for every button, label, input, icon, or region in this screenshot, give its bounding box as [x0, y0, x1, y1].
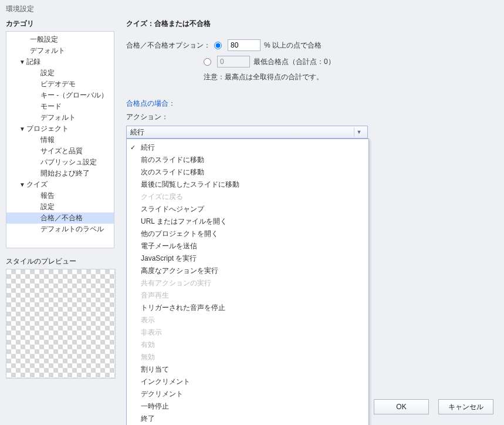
- dropdown-item: 無効: [127, 351, 368, 363]
- dropdown-item[interactable]: 一時停止: [127, 400, 368, 413]
- tree-item[interactable]: 報告: [6, 190, 114, 201]
- tree-item[interactable]: デフォルトのラベル: [6, 224, 114, 235]
- tree-item-label: 報告: [40, 191, 111, 201]
- dropdown-item[interactable]: ✓続行: [127, 141, 368, 154]
- tree-item-label: デフォルト: [30, 46, 111, 56]
- passfail-option-label: 合格／不合格オプション：: [126, 41, 211, 50]
- dropdown-item-label: 一時停止: [141, 402, 169, 411]
- dropdown-item-label: 高度なアクションを実行: [141, 266, 218, 276]
- check-icon: ✓: [130, 144, 136, 151]
- dropdown-item-label: 終了: [141, 414, 155, 424]
- page-title: クイズ：合格または不合格: [126, 19, 498, 29]
- dropdown-item-label: スライドへジャンプ: [141, 204, 204, 214]
- dropdown-item-label: 音声再生: [141, 291, 169, 301]
- style-preview: [6, 269, 116, 379]
- percent-suffix: % 以上の点で合格: [264, 41, 322, 50]
- dropdown-item[interactable]: 最後に閲覧したスライドに移動: [127, 178, 368, 191]
- dropdown-item: 有効: [127, 339, 368, 351]
- dropdown-item-label: 割り当て: [141, 365, 169, 375]
- ok-button[interactable]: OK: [374, 399, 429, 414]
- tree-item[interactable]: モード: [6, 101, 114, 112]
- tree-item[interactable]: 設定: [6, 201, 114, 212]
- dropdown-item-label: JavaScript を実行: [141, 254, 197, 264]
- category-heading: カテゴリ: [6, 19, 114, 29]
- dropdown-item-label: デクリメント: [141, 389, 183, 399]
- tree-item-label: サイズと品質: [40, 146, 111, 156]
- tree-item[interactable]: ビデオデモ: [6, 79, 114, 90]
- dropdown-item: 音声再生: [127, 289, 368, 302]
- dropdown-item: クイズに戻る: [127, 191, 368, 203]
- tree-item[interactable]: サイズと品質: [6, 146, 114, 157]
- dropdown-item[interactable]: トリガーされた音声を停止: [127, 302, 368, 314]
- dropdown-item: 共有アクションの実行: [127, 277, 368, 289]
- chevron-down-icon[interactable]: ▼: [18, 59, 26, 65]
- tree-item-label: 記録: [26, 57, 111, 67]
- minscore-radio[interactable]: [204, 58, 211, 66]
- percent-input[interactable]: [228, 39, 261, 51]
- tree-item[interactable]: ▼プロジェクト: [6, 123, 114, 134]
- tree-item[interactable]: 開始および終了: [6, 168, 114, 179]
- tree-item[interactable]: デフォルト: [6, 45, 114, 56]
- dropdown-item: 表示: [127, 314, 368, 326]
- dropdown-item[interactable]: 次のスライドに移動: [127, 166, 368, 178]
- dropdown-item-label: 前のスライドに移動: [141, 155, 204, 165]
- dropdown-item[interactable]: URL またはファイルを開く: [127, 215, 368, 228]
- cancel-button[interactable]: キャンセル: [438, 399, 493, 414]
- action-dropdown[interactable]: 続行 ▼ ✓続行前のスライドに移動次のスライドに移動最後に閲覧したスライドに移動…: [126, 126, 368, 139]
- dropdown-item-label: 有効: [141, 340, 155, 350]
- tree-item-label: モード: [40, 102, 111, 112]
- tree-item-label: 合格／不合格: [40, 213, 111, 223]
- action-dropdown-list[interactable]: ✓続行前のスライドに移動次のスライドに移動最後に閲覧したスライドに移動クイズに戻…: [126, 139, 369, 425]
- minscore-suffix: 最低合格点（合計点：0）: [253, 57, 335, 67]
- dropdown-item-label: 表示: [141, 315, 155, 325]
- dropdown-item[interactable]: 高度なアクションを実行: [127, 265, 368, 277]
- tree-item[interactable]: 一般設定: [6, 34, 114, 45]
- dropdown-item-label: 共有アクションの実行: [141, 278, 211, 288]
- tree-item[interactable]: キー -（グローバル）: [6, 90, 114, 101]
- tree-item-label: キー -（グローバル）: [40, 90, 111, 100]
- tree-item-label: プロジェクト: [26, 124, 111, 134]
- tree-item-label: 設定: [40, 202, 111, 212]
- tree-item-label: 一般設定: [30, 35, 111, 45]
- dropdown-item-label: 次のスライドに移動: [141, 167, 204, 177]
- tree-item-label: パブリッシュ設定: [40, 157, 111, 167]
- tree-item-label: 設定: [40, 68, 111, 78]
- dropdown-item[interactable]: 終了: [127, 413, 368, 425]
- action-dropdown-button[interactable]: 続行 ▼: [126, 126, 368, 139]
- tree-item-label: デフォルトのラベル: [40, 224, 111, 234]
- tree-item[interactable]: パブリッシュ設定: [6, 157, 114, 168]
- tree-item-label: デフォルト: [40, 113, 111, 123]
- tree-item[interactable]: ▼クイズ: [6, 179, 114, 190]
- tree-item[interactable]: 設定: [6, 68, 114, 79]
- dropdown-item-label: インクリメント: [141, 377, 190, 387]
- action-dropdown-selected: 続行: [130, 127, 144, 137]
- preview-heading: スタイルのプレビュー: [6, 257, 114, 267]
- dropdown-item-label: クイズに戻る: [141, 192, 183, 202]
- tree-item-label: 開始および終了: [40, 168, 111, 178]
- minscore-input: [217, 56, 250, 68]
- category-tree[interactable]: 一般設定デフォルト▼記録設定ビデオデモキー -（グローバル）モードデフォルト▼プ…: [6, 31, 114, 248]
- tree-item-label: クイズ: [26, 180, 111, 190]
- dropdown-item[interactable]: 前のスライドに移動: [127, 154, 368, 166]
- dropdown-item[interactable]: 他のプロジェクトを開く: [127, 228, 368, 240]
- dropdown-item[interactable]: デクリメント: [127, 388, 368, 400]
- dropdown-item-label: 続行: [141, 143, 155, 153]
- dropdown-item[interactable]: インクリメント: [127, 376, 368, 388]
- action-label: アクション：: [126, 112, 498, 122]
- dropdown-item[interactable]: JavaScript を実行: [127, 252, 368, 265]
- chevron-down-icon[interactable]: ▼: [18, 126, 26, 132]
- tree-item[interactable]: 合格／不合格: [6, 212, 114, 224]
- percent-radio[interactable]: [214, 42, 222, 49]
- tree-item[interactable]: ▼記録: [6, 56, 114, 68]
- dropdown-item[interactable]: 割り当て: [127, 363, 368, 376]
- chevron-down-icon[interactable]: ▼: [18, 181, 26, 188]
- tree-item-label: 情報: [40, 135, 111, 145]
- tree-item[interactable]: 情報: [6, 134, 114, 146]
- dropdown-item[interactable]: 電子メールを送信: [127, 240, 368, 252]
- tree-item[interactable]: デフォルト: [6, 112, 114, 123]
- dropdown-item[interactable]: スライドへジャンプ: [127, 203, 368, 215]
- dropdown-item-label: 電子メールを送信: [141, 241, 197, 251]
- window-title: 環境設定: [0, 0, 504, 19]
- dropdown-item-label: URL またはファイルを開く: [141, 217, 227, 227]
- dropdown-item: 非表示: [127, 326, 368, 339]
